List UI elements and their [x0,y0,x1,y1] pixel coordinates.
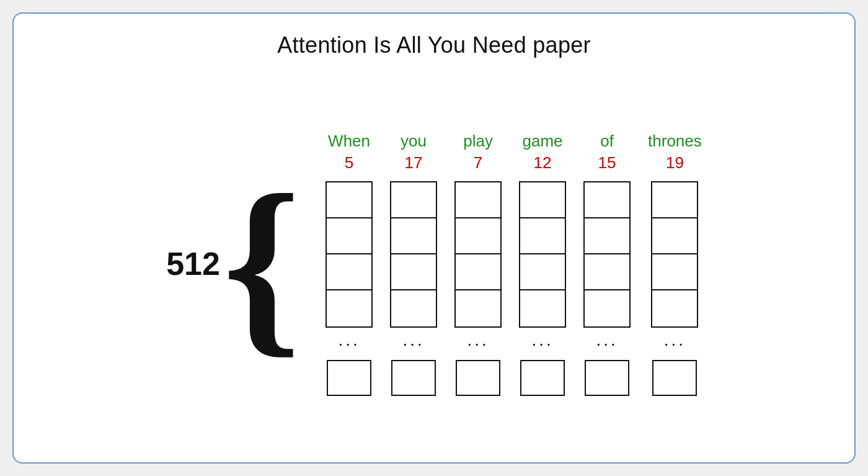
embedding-cell [585,290,629,326]
bottom-embedding-cell [520,360,565,396]
bottom-embedding-cell [456,360,500,396]
token-word: you [401,132,427,151]
embedding-stack [454,181,502,328]
token-column: play7··· [454,132,502,396]
continuation-dots: ··· [531,334,553,354]
embedding-cell [391,290,436,326]
embedding-cell [391,254,436,290]
left-section: 512 { [166,164,313,363]
token-word: When [328,132,370,151]
embedding-cell [456,254,500,290]
embedding-cell [520,182,565,218]
bottom-embedding-cell [327,360,371,396]
continuation-dots: ··· [596,334,618,354]
embedding-cell [391,182,436,218]
embedding-cell [585,218,629,254]
page-title: Attention Is All You Need paper [277,32,591,58]
embedding-cell [520,254,565,290]
embedding-cell [652,218,697,254]
embedding-stack [390,181,437,328]
token-word: thrones [648,132,702,151]
embedding-stack [583,181,631,328]
token-word: play [463,132,493,151]
embedding-cell [327,182,371,218]
embedding-cell [652,182,697,218]
continuation-dots: ··· [664,334,686,354]
main-card: Attention Is All You Need paper 512 { Wh… [12,12,856,464]
dimension-label: 512 [166,245,220,282]
token-column: of15··· [583,132,631,396]
continuation-dots: ··· [338,334,360,354]
embedding-cell [585,182,629,218]
token-position: 19 [666,153,684,173]
embedding-cell [456,290,500,326]
columns-area: When5···you17···play7···game12···of15···… [326,132,702,396]
embedding-stack [651,181,698,328]
token-word: game [523,132,563,151]
token-position: 15 [598,153,616,173]
embedding-cell [456,182,500,218]
token-column: you17··· [390,132,437,396]
embedding-cell [652,290,697,326]
embedding-cell [652,254,697,290]
embedding-cell [456,218,500,254]
diagram-area: 512 { When5···you17···play7···game12···o… [38,77,830,450]
embedding-cell [327,290,371,326]
embedding-cell [520,290,565,326]
continuation-dots: ··· [402,334,424,354]
bottom-embedding-cell [652,360,697,396]
embedding-stack [519,181,566,328]
bottom-embedding-cell [391,360,436,396]
token-position: 7 [474,153,482,173]
token-word: of [600,132,614,151]
brace-symbol: { [223,164,301,363]
token-column: game12··· [519,132,566,396]
embedding-cell [327,254,371,290]
embedding-cell [585,254,629,290]
continuation-dots: ··· [467,334,489,354]
bottom-embedding-cell [585,360,629,396]
token-column: thrones19··· [648,132,702,396]
embedding-stack [326,181,373,328]
embedding-cell [391,218,436,254]
embedding-cell [520,218,565,254]
token-column: When5··· [326,132,373,396]
token-position: 5 [345,153,353,173]
token-position: 17 [405,153,423,173]
embedding-cell [327,218,371,254]
token-position: 12 [534,153,552,173]
